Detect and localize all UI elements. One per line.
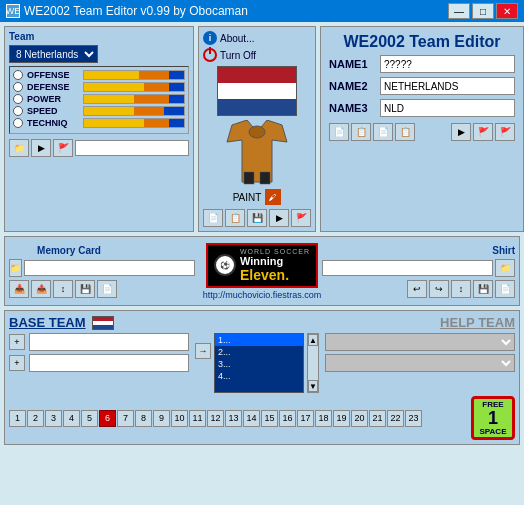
rt-copy3-icon[interactable]: 📄 [373,123,393,141]
number-btn-7[interactable]: 7 [117,410,134,427]
save-icon[interactable]: 💾 [247,209,267,227]
team-select[interactable]: 8 Netherlands [9,45,98,63]
select2-dropdown[interactable]: 6 ????? [29,354,189,372]
defense-bar [83,82,185,92]
add2-icon[interactable]: + [9,355,25,371]
shirt-input[interactable] [322,260,493,276]
name3-label: NAME3 [329,102,374,114]
minimize-button[interactable]: — [448,3,470,19]
help-team-label: HELP TEAM [440,315,515,330]
techniq-radio[interactable] [13,118,23,128]
scroll-down-arrow[interactable]: ▼ [308,380,318,392]
copy2-icon[interactable]: 📋 [225,209,245,227]
list-item-3[interactable]: 3... [215,358,303,370]
name1-input[interactable] [380,55,515,73]
app-icon: WE [6,4,20,18]
flag-icon[interactable]: 🚩 [53,139,73,157]
mc-folder-icon[interactable]: 📁 [9,259,22,277]
memory-card-label: Memory Card [9,245,129,256]
rt-copy1-icon[interactable]: 📄 [329,123,349,141]
number-btn-12[interactable]: 12 [207,410,224,427]
number-btn-11[interactable]: 11 [189,410,206,427]
world-soccer-text: WORLD SOCCER [240,248,310,255]
flag2-icon[interactable]: 🚩 [291,209,311,227]
speed-radio[interactable] [13,106,23,116]
power-radio[interactable] [13,94,23,104]
paint-label: PAINT [233,192,262,203]
number-btn-16[interactable]: 16 [279,410,296,427]
mc-btn2[interactable]: 📤 [31,280,51,298]
select1-dropdown[interactable]: 8 ????? [29,333,189,351]
number-btn-10[interactable]: 10 [171,410,188,427]
number-btn-17[interactable]: 17 [297,410,314,427]
free-num: 1 [488,409,498,427]
free-space: FREE 1 SPACE [471,396,515,440]
list-scrollbar[interactable]: ▲ ▼ [307,333,319,393]
copy1-icon[interactable]: 📄 [203,209,223,227]
number-btn-2[interactable]: 2 [27,410,44,427]
name3-input[interactable] [380,99,515,117]
offense-label: OFFENSE [27,70,79,80]
arrow-icon[interactable]: ▶ [269,209,289,227]
number-btn-23[interactable]: 23 [405,410,422,427]
name2-input[interactable] [380,77,515,95]
list-item-4[interactable]: 4... [215,370,303,382]
maximize-button[interactable]: □ [472,3,494,19]
mc-btn5[interactable]: 📄 [97,280,117,298]
shirt-btn4[interactable]: 💾 [473,280,493,298]
about-button[interactable]: i About... [203,31,311,45]
number-btn-3[interactable]: 3 [45,410,62,427]
middle-panel: i About... Turn Off [198,26,316,232]
rt-arrow-icon[interactable]: ▶ [451,123,471,141]
number-btn-22[interactable]: 22 [387,410,404,427]
offense-radio[interactable] [13,70,23,80]
number-btn-14[interactable]: 14 [243,410,260,427]
mc-btn3[interactable]: ↕ [53,280,73,298]
turnoff-button[interactable]: Turn Off [203,48,311,62]
shirt-btn3[interactable]: ↕ [451,280,471,298]
svg-rect-3 [260,172,270,184]
name2-row: NAME2 [329,77,515,95]
scroll-up-arrow[interactable]: ▲ [308,334,318,346]
list-item-1[interactable]: 1... [215,334,303,346]
number-btn-6[interactable]: 6 [99,410,116,427]
number-btn-18[interactable]: 18 [315,410,332,427]
top-section: Team 8 Netherlands OFFENSE [4,26,520,232]
mc-btn4[interactable]: 💾 [75,280,95,298]
shirt-btn1[interactable]: ↩ [407,280,427,298]
help-select1[interactable] [325,333,515,351]
number-btn-9[interactable]: 9 [153,410,170,427]
shirt-btn5[interactable]: 📄 [495,280,515,298]
number-btn-8[interactable]: 8 [135,410,152,427]
arrow-right-icon[interactable]: ▶ [31,139,51,157]
close-button[interactable]: ✕ [496,3,518,19]
left-text-input[interactable] [75,140,189,156]
rt-copy2-icon[interactable]: 📋 [351,123,371,141]
number-btn-15[interactable]: 15 [261,410,278,427]
folder-icon[interactable]: 📁 [9,139,29,157]
paint-icon[interactable]: 🖌 [265,189,281,205]
mc-btn1[interactable]: 📥 [9,280,29,298]
number-btn-21[interactable]: 21 [369,410,386,427]
number-btn-5[interactable]: 5 [81,410,98,427]
bottom-main: + 8 ????? + 6 ????? → 1... [9,333,515,393]
number-btn-1[interactable]: 1 [9,410,26,427]
bottom-section: BASE TEAM HELP TEAM + 8 ????? + [4,310,520,445]
number-btn-13[interactable]: 13 [225,410,242,427]
defense-radio[interactable] [13,82,23,92]
number-btn-19[interactable]: 19 [333,410,350,427]
svg-rect-2 [244,172,254,184]
power-icon [203,48,217,62]
defense-label: DEFENSE [27,82,79,92]
rt-flag2-icon[interactable]: 🚩 [495,123,515,141]
list-item-2[interactable]: 2... [215,346,303,358]
rt-flag-icon[interactable]: 🚩 [473,123,493,141]
shirt-folder-icon[interactable]: 📁 [495,259,515,277]
right-arrow-icon[interactable]: → [195,343,211,359]
add-icon[interactable]: + [9,334,25,350]
shirt-btn2[interactable]: ↪ [429,280,449,298]
number-btn-4[interactable]: 4 [63,410,80,427]
help-select2[interactable] [325,354,515,372]
rt-copy4-icon[interactable]: 📋 [395,123,415,141]
number-btn-20[interactable]: 20 [351,410,368,427]
